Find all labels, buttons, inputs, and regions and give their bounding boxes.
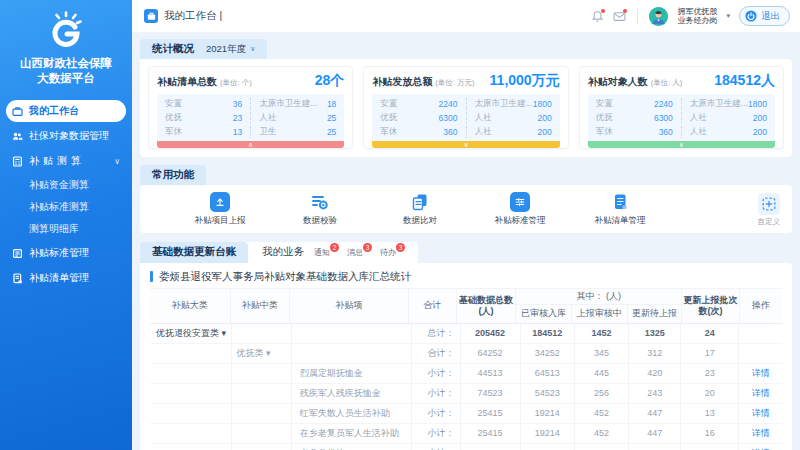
calculator-icon: [12, 156, 23, 167]
page-title: 我的工作台 |: [164, 9, 222, 23]
big-category-cell: [150, 444, 232, 450]
quick-item-label: 补贴标准管理: [495, 215, 546, 227]
data-check-icon: [310, 192, 330, 212]
stat-card-unit: (单位: 万元): [435, 78, 474, 88]
badge-label: 待办: [380, 248, 396, 257]
value-cell: 20: [681, 384, 739, 403]
value-cell: 74523: [461, 384, 521, 403]
chevron-down-icon: ∨: [114, 157, 120, 166]
quick-item-data-compare[interactable]: 数据比对: [370, 192, 470, 227]
value-cell: 15: [681, 444, 739, 450]
badge-message[interactable]: 消息3: [347, 247, 371, 258]
customize-label: 自定义: [758, 217, 781, 227]
detail-link: [739, 324, 782, 343]
badge-notice[interactable]: 通知2: [314, 247, 338, 258]
quick-item-subsidy-upload[interactable]: 补贴项目上报: [170, 192, 270, 227]
total-label-cell: 小计：: [412, 424, 461, 443]
detail-link[interactable]: 详情: [739, 364, 782, 383]
breadcrumb: 我的工作台 |: [144, 9, 222, 23]
value-cell: 19214: [521, 404, 575, 423]
sidebar: 山西财政社会保障 大数据平台 我的工作台 社保对象数据管理 补贴测算: [0, 0, 132, 450]
value-cell: 44513: [461, 364, 521, 383]
breakdown-value: 360: [443, 127, 457, 137]
ledger-table: 补贴大类 补贴中类 补贴项 合计 基础数据总数(人) 其中： (人) 已审核入库…: [150, 288, 782, 450]
quick-item-standard-mgmt[interactable]: 补贴标准管理: [470, 192, 570, 227]
detail-link[interactable]: 详情: [739, 424, 782, 443]
detail-link[interactable]: 详情: [739, 444, 782, 450]
detail-link[interactable]: 详情: [739, 384, 782, 403]
quick-item-label: 数据校验: [303, 215, 337, 227]
sidebar-item-standard-mgmt[interactable]: 补贴标准管理: [6, 242, 126, 264]
breakdown-label: 人社: [690, 112, 753, 124]
sidebar-subitem-fund-calc[interactable]: 补贴资金测算: [0, 175, 126, 195]
breakdown-value: 200: [537, 127, 551, 137]
quick-item-data-check[interactable]: 数据校验: [270, 192, 370, 227]
avatar[interactable]: [649, 7, 668, 26]
doc-settings-icon: [12, 248, 23, 259]
value-cell: 25415: [461, 404, 521, 423]
mail-icon[interactable]: [613, 10, 626, 23]
breakdown-label: 军休: [596, 126, 659, 138]
value-cell: 243: [629, 384, 681, 403]
quick-item-list-mgmt[interactable]: 补贴清单管理: [570, 192, 670, 227]
breakdown-value: 360: [659, 127, 673, 137]
stat-card-value: 28个: [315, 72, 345, 90]
col-group-among: 其中： (人) 已审核入库 上报审核中 更新待上报: [516, 289, 682, 323]
item-cell: 在乡老复员军人生活补助: [292, 424, 412, 443]
tab-badges: 通知2 消息3 待办3: [314, 247, 404, 258]
tab-base-data-ledger[interactable]: 基础数据更新台账: [140, 242, 248, 263]
mid-category-cell[interactable]: 优抚类 ▾: [232, 344, 292, 363]
sliders-icon: [510, 192, 530, 212]
power-icon: [745, 10, 757, 22]
col-total: 合计: [409, 289, 457, 323]
value-cell: 345: [575, 344, 629, 363]
chevron-down-icon[interactable]: ▾: [726, 12, 730, 20]
breakdown-value: 6300: [439, 113, 458, 123]
sidebar-subitem-detail-db[interactable]: 测算明细库: [0, 219, 126, 239]
collapse-bar[interactable]: ∨: [372, 141, 559, 148]
sidebar-item-subsidy-calc[interactable]: 补贴测算 ∨: [6, 150, 126, 172]
col-reviewed: 已审核入库: [516, 305, 572, 323]
quick-section-tab: 常用功能: [140, 165, 206, 185]
breakdown-value: 36: [233, 99, 242, 109]
value-cell: 34252: [521, 344, 575, 363]
detail-link[interactable]: 详情: [739, 404, 782, 423]
value-cell: 256: [575, 384, 629, 403]
user-role[interactable]: 拥军优抚股 业务经办岗: [677, 7, 717, 26]
logout-button[interactable]: 退出: [739, 6, 790, 26]
sidebar-item-workbench[interactable]: 我的工作台: [6, 100, 126, 122]
value-cell: 13: [681, 404, 739, 423]
bell-icon[interactable]: [591, 10, 604, 23]
tab-my-business[interactable]: 我的业务: [248, 245, 314, 259]
stat-card-breakdown: 安置2240太原市卫生建...1800 优抚6300人社200 军休360人社2…: [588, 94, 775, 141]
total-label-cell: 合计：: [412, 344, 461, 363]
total-label-cell: 小计：: [412, 364, 461, 383]
sidebar-item-social-data[interactable]: 社保对象数据管理: [6, 125, 126, 147]
item-cell: 烈属定期抚恤金: [292, 364, 412, 383]
collapse-bar[interactable]: ∧: [157, 141, 344, 148]
value-cell: 184512: [521, 324, 575, 343]
ledger-subtitle: 娄烦县退役军人事务局补贴对象基础数据入库汇总统计: [150, 269, 782, 285]
item-cell: 残疾军人残疾抚恤金: [292, 384, 412, 403]
sidebar-subitem-standard-calc[interactable]: 补贴标准测算: [0, 197, 126, 217]
breakdown-value: 1800: [748, 99, 767, 109]
breakdown-value: 1800: [533, 99, 552, 109]
value-cell: 447: [629, 444, 681, 450]
add-dashed-icon: [758, 193, 780, 215]
brand-title-line1: 山西财政社会保障: [0, 56, 132, 71]
upload-icon: [210, 192, 230, 212]
table-row: 义务兵优待 小计： 25415 19214 452 447 15 详情: [150, 444, 782, 450]
stat-cards: 补贴清单总数 (单位: 个) 28个 安置36太原市卫生建...18 优抚23人…: [140, 59, 792, 157]
badge-todo[interactable]: 待办3: [380, 247, 404, 258]
big-category-cell[interactable]: 优抚退役安置类 ▾: [150, 324, 232, 343]
value-cell: 19214: [521, 424, 575, 443]
col-mid-category: 补贴中类: [231, 289, 290, 323]
item-cell: [292, 324, 412, 343]
customize-button[interactable]: 自定义: [758, 193, 781, 227]
breakdown-value: 200: [753, 113, 767, 123]
brand-title-line2: 大数据平台: [0, 71, 132, 86]
year-filter-select[interactable]: 2021年度 ∨: [206, 43, 255, 56]
sidebar-item-list-mgmt[interactable]: 补贴清单管理: [6, 267, 126, 289]
notification-dot: [623, 9, 628, 14]
collapse-bar[interactable]: ∨: [588, 141, 775, 148]
